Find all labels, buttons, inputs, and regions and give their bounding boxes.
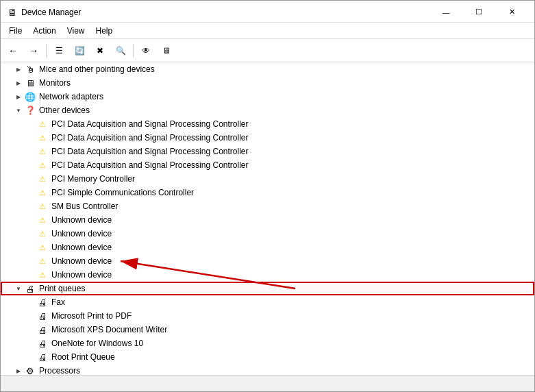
tree-item-other-devices[interactable]: ❓ Other devices [1, 103, 534, 117]
tree-item-pci2[interactable]: PCI Data Acquisition and Signal Processi… [1, 131, 534, 145]
pci4-icon [36, 159, 49, 171]
window-title: Device Manager [21, 8, 81, 17]
toggle-fax [25, 295, 36, 309]
toggle-pci2 [25, 131, 36, 145]
toggle-unknown5 [25, 268, 36, 282]
toggle-unknown1 [25, 213, 36, 227]
toggle-ms-xps [25, 323, 36, 336]
monitor-button[interactable]: 🖥 [157, 42, 176, 60]
menu-bar: File Action View Help [1, 23, 534, 39]
pci-simple-icon [36, 186, 49, 199]
tree-item-print-queues[interactable]: 🖨 Print queues [1, 282, 534, 295]
show-hidden-button[interactable]: 👁 [136, 42, 155, 60]
toggle-unknown2 [25, 227, 36, 241]
toggle-monitors[interactable] [13, 76, 24, 90]
toggle-network[interactable] [13, 90, 24, 103]
ms-pdf-icon: 🖨 [36, 310, 49, 322]
tree-item-unknown3[interactable]: Unknown device [1, 241, 534, 254]
tree-item-unknown5[interactable]: Unknown device [1, 268, 534, 282]
unknown5-icon [36, 269, 49, 281]
unknown1-icon [36, 214, 49, 226]
device-tree[interactable]: 🖱 Mice and other pointing devices 🖥 Moni… [1, 62, 534, 375]
tree-item-root-print[interactable]: 🖨 Root Print Queue [1, 350, 534, 364]
tree-item-processors[interactable]: ⚙ Processors [1, 364, 534, 375]
toggle-pci-mem [25, 172, 36, 186]
mice-label: Mice and other pointing devices [39, 64, 155, 74]
menu-view[interactable]: View [62, 25, 90, 37]
print-queues-icon: 🖨 [24, 282, 36, 295]
tree-item-pci3[interactable]: PCI Data Acquisition and Signal Processi… [1, 145, 534, 158]
ms-xps-icon: 🖨 [36, 323, 49, 336]
toolbar-separator-1 [46, 44, 47, 58]
ms-pdf-label: Microsoft Print to PDF [51, 311, 132, 321]
title-bar: 🖥 Device Manager — ☐ ✕ [1, 1, 534, 23]
monitors-icon: 🖥 [24, 77, 36, 89]
network-label: Network adapters [39, 92, 103, 101]
processors-icon: ⚙ [24, 365, 36, 375]
pci2-icon [36, 132, 49, 144]
forward-button[interactable]: → [24, 42, 43, 60]
tree-item-onenote[interactable]: 🖨 OneNote for Windows 10 [1, 336, 534, 350]
tree-item-ms-xps[interactable]: 🖨 Microsoft XPS Document Writer [1, 323, 534, 336]
unknown1-label: Unknown device [51, 215, 112, 225]
tree-item-unknown1[interactable]: Unknown device [1, 213, 534, 227]
monitors-label: Monitors [39, 78, 71, 88]
toolbar-separator-2 [133, 44, 134, 58]
toggle-unknown4 [25, 254, 36, 268]
other-devices-label: Other devices [39, 106, 90, 115]
toggle-pci-simple [25, 186, 36, 199]
tree-item-smbus[interactable]: SM Bus Controller [1, 199, 534, 213]
toggle-print-queues[interactable] [13, 282, 24, 295]
tree-item-mice[interactable]: 🖱 Mice and other pointing devices [1, 62, 534, 76]
ms-xps-label: Microsoft XPS Document Writer [51, 325, 167, 334]
processors-label: Processors [39, 366, 80, 375]
pci2-label: PCI Data Acquisition and Signal Processi… [51, 133, 248, 143]
root-print-icon: 🖨 [36, 351, 49, 363]
properties-button[interactable]: ☰ [49, 42, 69, 60]
pci4-label: PCI Data Acquisition and Signal Processi… [51, 160, 248, 170]
onenote-icon: 🖨 [36, 337, 49, 350]
title-bar-left: 🖥 Device Manager [8, 7, 81, 18]
tree-item-pci4[interactable]: PCI Data Acquisition and Signal Processi… [1, 158, 534, 172]
tree-item-unknown2[interactable]: Unknown device [1, 227, 534, 241]
back-button[interactable]: ← [3, 42, 23, 60]
toggle-other-devices[interactable] [13, 103, 24, 117]
tree-item-unknown4[interactable]: Unknown device [1, 254, 534, 268]
toggle-unknown3 [25, 241, 36, 254]
unknown2-icon [36, 228, 49, 240]
app-icon: 🖥 [8, 7, 17, 18]
toggle-root-print [25, 350, 36, 364]
mice-icon: 🖱 [24, 63, 36, 75]
fax-label: Fax [51, 297, 65, 307]
unknown4-icon [36, 255, 49, 267]
tree-item-fax[interactable]: 🖨 Fax [1, 295, 534, 309]
maximize-button[interactable]: ☐ [463, 5, 495, 20]
print-queues-label: Print queues [39, 284, 85, 293]
toggle-mice[interactable] [13, 62, 24, 76]
menu-help[interactable]: Help [90, 25, 119, 37]
tree-item-pci-mem[interactable]: PCI Memory Controller [1, 172, 534, 186]
unknown5-label: Unknown device [51, 270, 112, 280]
toggle-onenote [25, 336, 36, 350]
network-icon: 🌐 [24, 90, 36, 103]
tree-item-monitors[interactable]: 🖥 Monitors [1, 76, 534, 90]
tree-item-network[interactable]: 🌐 Network adapters [1, 90, 534, 103]
menu-file[interactable]: File [3, 25, 27, 37]
minimize-button[interactable]: — [430, 5, 462, 20]
close-button[interactable]: ✕ [496, 5, 527, 20]
scan-button[interactable]: 🔍 [111, 42, 130, 60]
onenote-label: OneNote for Windows 10 [51, 339, 143, 348]
pci1-icon [36, 118, 49, 130]
tree-item-pci1[interactable]: PCI Data Acquisition and Signal Processi… [1, 117, 534, 131]
unknown3-icon [36, 241, 49, 254]
toggle-ms-pdf [25, 309, 36, 323]
tree-item-pci-simple[interactable]: PCI Simple Communications Controller [1, 186, 534, 199]
menu-action[interactable]: Action [27, 25, 61, 37]
uninstall-button[interactable]: ✖ [90, 42, 110, 60]
update-driver-button[interactable]: 🔄 [70, 42, 89, 60]
toggle-pci1 [25, 117, 36, 131]
smbus-label: SM Bus Controller [51, 201, 118, 211]
unknown4-label: Unknown device [51, 256, 112, 266]
tree-item-ms-pdf[interactable]: 🖨 Microsoft Print to PDF [1, 309, 534, 323]
toggle-processors[interactable] [13, 364, 24, 375]
